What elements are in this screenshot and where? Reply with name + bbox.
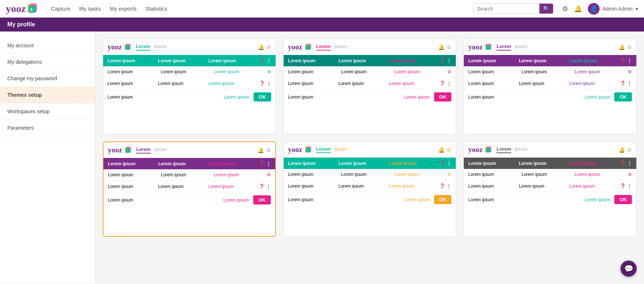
tab-ipsum[interactable]: ipsum [334,44,347,51]
row2-col3: Lorem ipsum [389,81,437,86]
ok-button[interactable]: OK [254,92,271,102]
theme-card-3[interactable]: yooz Lorem ipsum 🔔 ⚙ Lorem ipsum Lorem i… [463,39,637,134]
question-icon: ❓ [439,58,445,63]
dots-icon: ⋮ [447,58,451,63]
gear-icon[interactable]: ⚙ [628,69,632,74]
ok-button[interactable]: OK [434,195,452,204]
gear-icon[interactable]: ⚙ [267,172,271,177]
footer-col1: Lorem ipsum [108,198,133,203]
theme-card-6[interactable]: yooz Lorem ipsum 🔔 ⚙ Lorem ipsum Lorem i… [463,141,637,237]
dots-icon: ⋮ [627,161,632,166]
user-name: Admin Admin [603,6,633,12]
theme-card-2[interactable]: yooz Lorem ipsum 🔔 ⚙ Lorem ipsum Lorem i… [283,39,456,134]
logo-icon: $ [27,3,39,15]
sidebar-item-my-account[interactable]: My account [0,37,95,54]
tab-ipsum[interactable]: ipsum [154,44,167,51]
profile-title: My profile [7,21,35,27]
row2-col3: Lorem ipsum [208,81,256,86]
card-table-header-5: Lorem ipsum Lorem ipsum Lorem ipsum ❓ ⋮ [284,158,456,169]
row2-icons: ❓ ⋮ [439,183,451,189]
card-tabs: Lorem ipsum [136,44,167,51]
nav-my-tasks[interactable]: My tasks [79,5,101,12]
gear-icon[interactable]: ⚙ [447,147,451,153]
bell-icon: 🔔 [619,147,625,153]
nav-capture[interactable]: Capture [51,5,70,12]
header-col2: Lorem ipsum [158,161,205,166]
bell-icon: 🔔 [258,147,264,153]
logo-area: yooz $ [6,3,39,15]
gear-icon[interactable]: ⚙ [267,69,271,74]
header-row-icons: ❓ ⋮ [439,58,451,63]
card-tabs: Lorem ipsum [316,146,347,153]
row2-col1: Lorem ipsum [288,81,336,86]
sidebar-item-my-delegations[interactable]: My delegations [0,54,95,70]
card-header-icons: 🔔 ⚙ [438,44,451,50]
settings-icon[interactable]: ⚙ [562,5,568,13]
ok-button[interactable]: OK [614,92,632,102]
footer-col1: Lorem ipsum [468,95,494,100]
gear-icon[interactable]: ⚙ [627,44,632,50]
row1-col2: Lorem ipsum [521,172,572,177]
svg-rect-12 [486,45,491,49]
card-footer-5: Lorem ipsum Lorem ipsum OK [284,192,456,207]
card-header-icons: 🔔 ⚙ [258,44,271,50]
row1-col3: Lorem ipsum [394,69,444,74]
card-footer-6: Lorem ipsum Lorem ipsum OK [464,192,636,207]
row2-col1: Lorem ipsum [468,81,516,86]
row2-col2: Lorem ipsum [519,81,567,86]
bell-icon: 🔔 [438,147,444,153]
bell-icon: 🔔 [258,44,264,50]
header-col1: Lorem ipsum [108,58,155,63]
search-button[interactable]: 🔍 [539,4,553,14]
sidebar-item-change-password[interactable]: Change my password [0,70,95,87]
gear-icon[interactable]: ⚙ [447,172,451,177]
nav-my-exports[interactable]: My exports [110,5,137,12]
logo-text: yooz [6,3,26,15]
ok-button[interactable]: OK [434,92,452,102]
card-logo-icon [305,146,313,154]
sidebar-item-workspaces-setup[interactable]: Workspaces setup [0,103,95,120]
tab-ipsum[interactable]: ipsum [154,147,167,154]
nav-statistics[interactable]: Statistics [145,5,167,12]
tab-lorem[interactable]: Lorem [496,44,511,51]
row2-col2: Lorem ipsum [338,184,386,189]
header-col1: Lorem ipsum [288,58,336,63]
gear-icon[interactable]: ⚙ [627,147,632,153]
sidebar-item-themes-setup[interactable]: Themes setup [0,87,95,103]
tab-ipsum[interactable]: ipsum [334,146,347,153]
row1-col2: Lorem ipsum [161,172,211,177]
chat-bubble[interactable]: 💬 [621,261,637,277]
search-input[interactable] [473,4,539,14]
sidebar-item-parameters[interactable]: Parameters [0,120,95,136]
gear-icon[interactable]: ⚙ [447,69,451,74]
gear-icon[interactable]: ⚙ [266,44,271,50]
ok-button[interactable]: OK [253,195,271,204]
row2-col2: Lorem ipsum [158,184,205,189]
user-area[interactable]: 👤 Admin Admin ▾ [588,3,638,15]
theme-card-4[interactable]: yooz Lorem ipsum 🔔 ⚙ Lorem ipsum Lorem i… [103,141,276,237]
row1-col2: Lorem ipsum [161,69,211,74]
ok-button[interactable]: OK [614,195,632,204]
card-header-6: yooz Lorem ipsum 🔔 ⚙ [464,142,636,158]
tab-ipsum[interactable]: ipsum [515,146,528,153]
card-tabs: Lorem ipsum [316,44,347,51]
dots-icon: ⋮ [447,183,451,189]
card-header-icons: 🔔 ⚙ [619,147,632,153]
header-col3: Lorem ipsum [569,161,617,166]
tab-lorem[interactable]: Lorem [316,146,331,153]
theme-card-1[interactable]: yooz Lorem ipsum 🔔 ⚙ Lorem ipsum Lorem i… [103,39,276,134]
tab-lorem[interactable]: Lorem [136,147,151,154]
theme-card-5[interactable]: yooz Lorem ipsum 🔔 ⚙ Lorem ipsum Lorem i… [283,141,456,237]
gear-icon[interactable]: ⚙ [266,147,271,153]
row1-col1: Lorem ipsum [288,69,338,74]
gear-icon[interactable]: ⚙ [628,172,632,177]
card-tabs: Lorem ipsum [136,147,167,154]
gear-icon[interactable]: ⚙ [447,44,451,50]
tab-lorem[interactable]: Lorem [136,44,150,51]
dots-icon: ⋮ [266,161,271,166]
tab-lorem[interactable]: Lorem [316,44,331,51]
bell-icon[interactable]: 🔔 [574,5,582,13]
nav-icons: ⚙ 🔔 👤 Admin Admin ▾ [562,3,638,15]
tab-ipsum[interactable]: ipsum [515,44,528,51]
tab-lorem[interactable]: Lorem [496,146,511,153]
